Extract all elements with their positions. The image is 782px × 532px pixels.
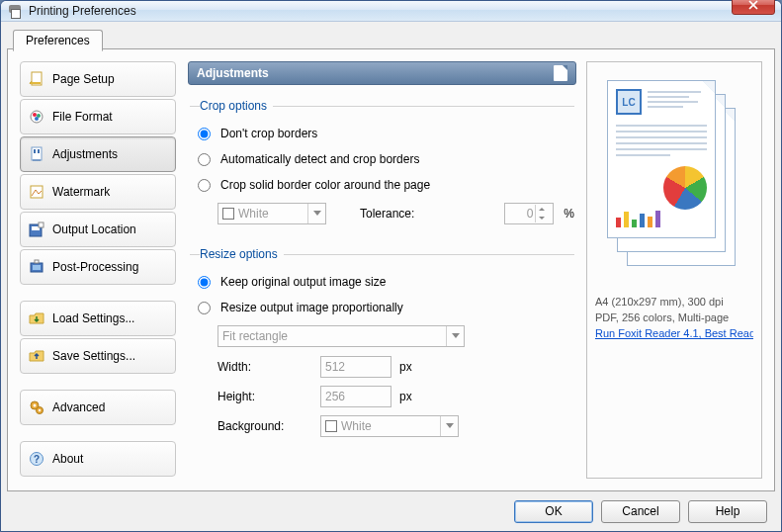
sidebar-item-label: Save Settings...	[52, 349, 135, 363]
file-format-icon	[29, 109, 44, 125]
cancel-button[interactable]: Cancel	[601, 500, 680, 523]
sidebar-item-label: About	[52, 452, 83, 466]
close-button[interactable]	[732, 0, 775, 15]
radio-label: Crop solid border color around the page	[220, 178, 430, 192]
svg-text:?: ?	[34, 454, 40, 465]
sidebar-item-page-setup[interactable]: Page Setup	[20, 61, 176, 97]
sidebar-item-label: File Format	[52, 110, 113, 124]
window: Printing Preferences Preferences Page Se…	[0, 0, 782, 532]
radio-keep-original-input[interactable]	[198, 276, 211, 289]
crop-color-combo[interactable]: White	[217, 203, 326, 224]
preview-panel: LC A4 (210x297 mm), 300 dpi PDF, 256 col…	[586, 61, 762, 479]
crop-legend: Crop options	[200, 99, 273, 113]
background-combo[interactable]: White	[320, 415, 459, 437]
background-label: Background:	[217, 419, 312, 433]
radio-label: Don't crop borders	[220, 127, 317, 140]
radio-auto-detect[interactable]: Automatically detect and crop borders	[198, 146, 574, 172]
watermark-icon	[29, 184, 44, 200]
radio-solid-color[interactable]: Crop solid border color around the page	[198, 172, 574, 198]
sidebar-item-adjustments[interactable]: Adjustments	[20, 136, 176, 172]
radio-solid-color-input[interactable]	[198, 179, 211, 192]
preview-info-1: A4 (210x297 mm), 300 dpi	[595, 296, 724, 308]
sidebar-item-label: Output Location	[52, 222, 136, 236]
combo-value: White	[238, 207, 269, 221]
chevron-down-icon	[440, 416, 458, 436]
sidebar-item-label: Adjustments	[52, 147, 118, 161]
sidebar-item-load-settings[interactable]: Load Settings...	[20, 301, 176, 336]
sidebar-item-label: Watermark	[52, 185, 110, 199]
close-icon	[748, 0, 758, 10]
crop-color-row: White Tolerance: 0 %	[217, 198, 574, 229]
adjustments-icon	[29, 146, 44, 162]
sidebar-item-label: Page Setup	[52, 72, 115, 86]
combo-value: White	[341, 419, 372, 433]
resize-legend: Resize options	[200, 247, 284, 261]
dialog-footer: OK Cancel Help	[7, 491, 775, 531]
chevron-down-icon	[446, 326, 464, 346]
width-input[interactable]: 512	[320, 356, 391, 378]
svg-point-5	[35, 117, 39, 121]
post-processing-icon	[29, 259, 44, 275]
settings-column: Adjustments Crop options Don't crop bord…	[188, 61, 576, 479]
spin-value: 0	[509, 207, 535, 221]
printer-icon	[7, 3, 23, 19]
sidebar-item-output-location[interactable]: Output Location	[20, 212, 176, 247]
color-swatch-icon	[325, 420, 337, 432]
sidebar-item-watermark[interactable]: Watermark	[20, 174, 176, 210]
titlebar[interactable]: Printing Preferences	[1, 1, 781, 22]
radio-auto-detect-input[interactable]	[198, 153, 211, 166]
main-content: Adjustments Crop options Don't crop bord…	[188, 61, 762, 479]
fit-mode-row: Fit rectangle	[217, 320, 574, 352]
panel: Page Setup File Format Adjustments Water…	[7, 48, 775, 491]
height-label: Height:	[217, 390, 312, 403]
tolerance-spin[interactable]: 0	[504, 203, 554, 224]
combo-value: Fit rectangle	[222, 329, 288, 343]
radio-label: Automatically detect and crop borders	[220, 152, 419, 166]
svg-point-17	[39, 409, 41, 411]
height-row: Height: 256 px	[217, 382, 574, 411]
tab-preferences[interactable]: Preferences	[13, 30, 103, 51]
button-label: OK	[545, 504, 562, 518]
chevron-down-icon	[536, 214, 548, 222]
background-row: Background: White	[217, 411, 574, 441]
fit-mode-combo[interactable]: Fit rectangle	[217, 325, 465, 347]
header-help-icon[interactable]	[554, 65, 567, 81]
height-input[interactable]: 256	[320, 386, 391, 407]
sidebar-item-about[interactable]: ? About	[20, 441, 176, 477]
help-button[interactable]: Help	[688, 500, 767, 523]
ok-button[interactable]: OK	[514, 500, 593, 523]
button-label: Help	[716, 504, 740, 518]
tolerance-label: Tolerance:	[360, 207, 414, 221]
svg-rect-12	[33, 265, 41, 270]
radio-proportional-input[interactable]	[198, 302, 211, 314]
sidebar-item-file-format[interactable]: File Format	[20, 99, 176, 134]
radio-label: Keep original output image size	[220, 275, 386, 289]
svg-rect-13	[35, 260, 39, 263]
sidebar-item-label: Advanced	[52, 400, 105, 414]
preview-link[interactable]: Run Foxit Reader 4.1, Best Reader for E	[595, 327, 753, 339]
unit-label: px	[399, 360, 412, 374]
radio-dont-crop[interactable]: Don't crop borders	[198, 121, 574, 146]
radio-dont-crop-input[interactable]	[198, 128, 211, 140]
about-icon: ?	[29, 451, 44, 467]
chevron-up-icon	[536, 205, 548, 214]
radio-proportional[interactable]: Resize output image proportionally	[198, 295, 574, 320]
sidebar-item-advanced[interactable]: Advanced	[20, 390, 176, 425]
input-value: 512	[325, 360, 345, 374]
output-location-icon	[29, 222, 44, 237]
client-area: Preferences Page Setup File Format Adjus…	[1, 22, 781, 531]
resize-options-group: Resize options Keep original output imag…	[190, 247, 574, 441]
sidebar-item-save-settings[interactable]: Save Settings...	[20, 338, 176, 374]
radio-keep-original[interactable]: Keep original output image size	[198, 269, 574, 295]
width-row: Width: 512 px	[217, 352, 574, 382]
advanced-icon	[29, 399, 44, 415]
color-swatch-icon	[222, 208, 234, 220]
button-label: Cancel	[622, 504, 658, 518]
sidebar-item-label: Post-Processing	[52, 260, 138, 274]
page-setup-icon	[29, 71, 44, 87]
crop-options-group: Crop options Don't crop borders Automati…	[190, 99, 574, 229]
spin-buttons[interactable]	[535, 205, 549, 222]
svg-rect-6	[32, 147, 42, 160]
sidebar-item-post-processing[interactable]: Post-Processing	[20, 249, 176, 285]
save-settings-icon	[29, 348, 44, 364]
